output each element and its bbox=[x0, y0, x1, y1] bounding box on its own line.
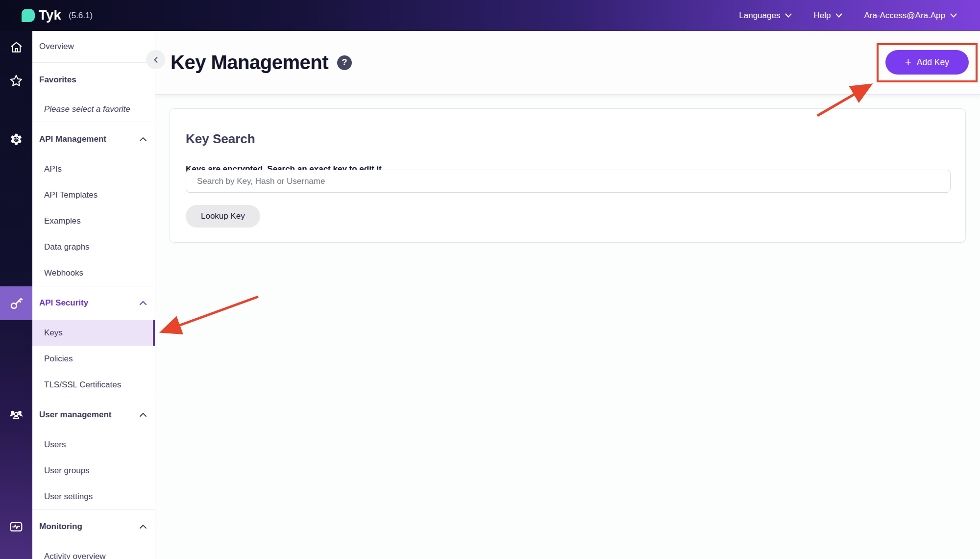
chevron-up-icon bbox=[139, 301, 147, 305]
help-icon[interactable]: ? bbox=[337, 55, 352, 70]
sidebar-item-examples[interactable]: Examples bbox=[32, 208, 155, 234]
account-label: Ara-Access@Ara.App bbox=[864, 11, 945, 21]
help-label: Help bbox=[813, 11, 831, 21]
help-menu[interactable]: Help bbox=[813, 11, 842, 21]
lookup-key-label: Lookup Key bbox=[201, 211, 245, 221]
sidebar-item-label: API Templates bbox=[44, 190, 98, 200]
sidebar-item-user-settings[interactable]: User settings bbox=[32, 483, 155, 509]
chevron-left-icon bbox=[152, 56, 159, 64]
top-bar: Tyk (5.6.1) Languages Help Ara-Access@Ar… bbox=[0, 0, 980, 31]
sidebar-item-label: Data graphs bbox=[44, 242, 90, 252]
sidebar-item-tls-ssl-certificates[interactable]: TLS/SSL Certificates bbox=[32, 372, 155, 398]
help-glyph: ? bbox=[342, 57, 347, 68]
languages-label: Languages bbox=[739, 11, 780, 21]
favorites-star-icon[interactable] bbox=[0, 74, 32, 88]
sidebar-item-webhooks[interactable]: Webhooks bbox=[32, 260, 155, 286]
chevron-up-icon bbox=[139, 412, 147, 417]
logo-text: Tyk bbox=[39, 8, 61, 23]
sidebar-item-policies[interactable]: Policies bbox=[32, 346, 155, 372]
page-title: Key Management bbox=[171, 51, 328, 74]
sidebar-section-favorites[interactable]: Favorites bbox=[32, 63, 155, 97]
sidebar-item-label: Webhooks bbox=[44, 268, 83, 278]
section-header-label: User management bbox=[39, 410, 111, 420]
sidebar-item-label: Keys bbox=[44, 328, 63, 338]
sidebar-section-user-management[interactable]: User management bbox=[32, 398, 155, 432]
sidebar-section-api-security[interactable]: API Security bbox=[32, 286, 155, 320]
sidebar-section-monitoring[interactable]: Monitoring bbox=[32, 509, 155, 543]
sidebar-item-label: Users bbox=[44, 440, 66, 450]
sidebar-item-label: Activity overview bbox=[44, 552, 106, 559]
key-search-input[interactable] bbox=[186, 170, 951, 193]
sidebar-item-activity-overview[interactable]: Activity overview bbox=[32, 543, 155, 559]
section-header-label: Favorites bbox=[39, 75, 76, 85]
add-key-label: Add Key bbox=[917, 57, 949, 68]
sidebar-item-keys[interactable]: Keys bbox=[32, 320, 155, 346]
version-label: (5.6.1) bbox=[69, 11, 93, 21]
favorites-empty-label: Please select a favorite bbox=[44, 104, 130, 114]
sidebar-item-label: Policies bbox=[44, 354, 73, 364]
lookup-key-button[interactable]: Lookup Key bbox=[186, 205, 260, 228]
plus-icon: + bbox=[905, 57, 911, 68]
sidebar-item-label: User settings bbox=[44, 492, 93, 502]
sidebar-item-label: Overview bbox=[39, 42, 74, 51]
key-search-card: Key Search Keys are encrypted. Search an… bbox=[170, 108, 966, 243]
sidebar-section-api-management[interactable]: API Management bbox=[32, 122, 155, 156]
sidebar-item-label: APIs bbox=[44, 164, 62, 174]
sidebar-item-api-templates[interactable]: API Templates bbox=[32, 182, 155, 208]
sidebar-item-apis[interactable]: APIs bbox=[32, 156, 155, 182]
api-gear-code-icon[interactable]: </> bbox=[0, 132, 32, 146]
key-search-title: Key Search bbox=[186, 131, 255, 147]
annotation-arrow-keys bbox=[163, 297, 258, 331]
chevron-down-icon bbox=[835, 13, 842, 18]
section-header-label: API Security bbox=[39, 298, 88, 308]
topbar-menu: Languages Help Ara-Access@Ara.App bbox=[739, 11, 980, 21]
chevron-down-icon bbox=[950, 13, 957, 18]
monitoring-pulse-icon[interactable] bbox=[0, 520, 32, 534]
home-icon[interactable] bbox=[0, 41, 32, 54]
sidebar-item-label: Examples bbox=[44, 216, 81, 226]
add-key-button[interactable]: + Add Key bbox=[885, 50, 969, 75]
chevron-up-icon bbox=[139, 137, 147, 142]
sidebar-item-users[interactable]: Users bbox=[32, 432, 155, 457]
sidebar-item-label: TLS/SSL Certificates bbox=[44, 380, 121, 390]
sidebar-collapse-button[interactable] bbox=[146, 50, 165, 69]
section-header-label: API Management bbox=[39, 134, 106, 144]
tyk-leaf-icon bbox=[22, 9, 35, 22]
icon-rail: </> bbox=[0, 31, 32, 559]
section-header-label: Monitoring bbox=[39, 522, 82, 532]
sidebar-nav: Overview Favorites Please select a favor… bbox=[32, 31, 155, 559]
sidebar-item-user-groups[interactable]: User groups bbox=[32, 457, 155, 483]
api-security-key-icon[interactable] bbox=[0, 296, 32, 311]
account-menu[interactable]: Ara-Access@Ara.App bbox=[864, 11, 957, 21]
svg-text:</>: </> bbox=[13, 137, 19, 142]
favorites-empty-note: Please select a favorite bbox=[32, 97, 155, 122]
languages-menu[interactable]: Languages bbox=[739, 11, 792, 21]
sidebar-item-label: User groups bbox=[44, 466, 90, 476]
tyk-logo[interactable]: Tyk (5.6.1) bbox=[22, 8, 93, 23]
sidebar-item-data-graphs[interactable]: Data graphs bbox=[32, 234, 155, 260]
chevron-down-icon bbox=[785, 13, 792, 18]
chevron-up-icon bbox=[139, 524, 147, 529]
page-header: Key Management ? + Add Key bbox=[155, 31, 980, 95]
sidebar-item-overview[interactable]: Overview bbox=[32, 31, 155, 63]
user-management-users-icon[interactable] bbox=[0, 407, 32, 422]
